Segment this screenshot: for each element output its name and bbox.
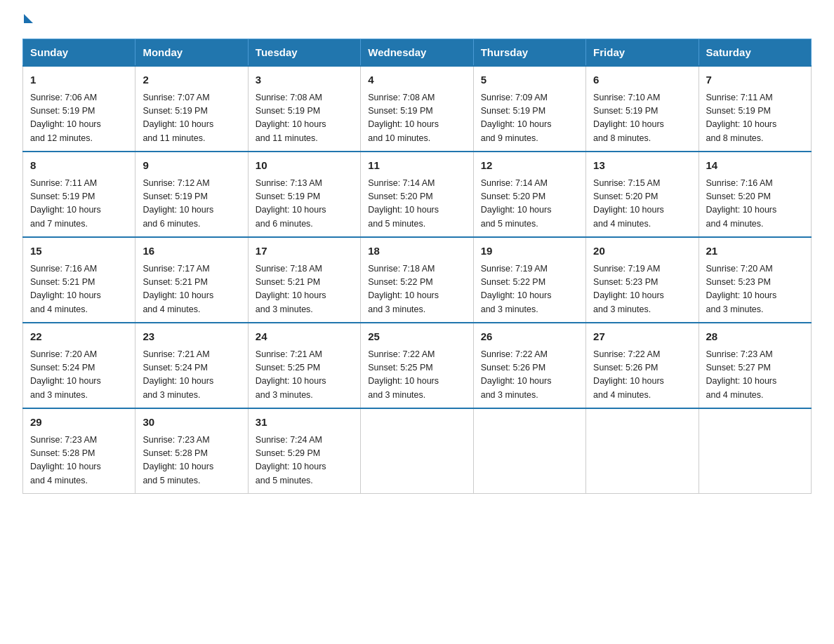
day-header-thursday: Thursday: [473, 39, 585, 67]
empty-cell: [699, 408, 811, 494]
day-number: 8: [30, 158, 128, 174]
day-info: Sunrise: 7:19 AMSunset: 5:22 PMDaylight:…: [481, 262, 578, 317]
day-cell-8: 8Sunrise: 7:11 AMSunset: 5:19 PMDaylight…: [23, 152, 135, 237]
day-info: Sunrise: 7:23 AMSunset: 5:28 PMDaylight:…: [30, 434, 128, 488]
day-cell-21: 21Sunrise: 7:20 AMSunset: 5:23 PMDayligh…: [699, 237, 811, 323]
empty-cell: [361, 408, 473, 494]
day-info: Sunrise: 7:19 AMSunset: 5:23 PMDaylight:…: [593, 262, 691, 317]
day-cell-23: 23Sunrise: 7:21 AMSunset: 5:24 PMDayligh…: [135, 323, 248, 408]
logo-triangle-icon: [24, 14, 33, 23]
day-info: Sunrise: 7:16 AMSunset: 5:21 PMDaylight:…: [30, 262, 128, 317]
day-cell-11: 11Sunrise: 7:14 AMSunset: 5:20 PMDayligh…: [361, 152, 473, 237]
day-number: 30: [143, 415, 240, 431]
day-info: Sunrise: 7:13 AMSunset: 5:19 PMDaylight:…: [256, 177, 353, 232]
day-number: 10: [256, 158, 353, 174]
day-cell-24: 24Sunrise: 7:21 AMSunset: 5:25 PMDayligh…: [248, 323, 360, 408]
day-number: 19: [481, 243, 578, 260]
day-number: 29: [30, 415, 128, 431]
week-row-5: 29Sunrise: 7:23 AMSunset: 5:28 PMDayligh…: [23, 408, 812, 494]
day-header-saturday: Saturday: [699, 39, 811, 67]
day-info: Sunrise: 7:22 AMSunset: 5:26 PMDaylight:…: [481, 348, 578, 403]
day-number: 28: [706, 329, 804, 345]
day-number: 2: [143, 72, 240, 88]
day-info: Sunrise: 7:16 AMSunset: 5:20 PMDaylight:…: [706, 177, 804, 232]
day-number: 17: [256, 243, 353, 260]
day-info: Sunrise: 7:08 AMSunset: 5:19 PMDaylight:…: [368, 91, 465, 146]
empty-cell: [586, 408, 699, 494]
week-row-1: 1Sunrise: 7:06 AMSunset: 5:19 PMDaylight…: [23, 66, 812, 152]
day-number: 22: [30, 329, 128, 345]
day-cell-25: 25Sunrise: 7:22 AMSunset: 5:25 PMDayligh…: [361, 323, 473, 408]
day-info: Sunrise: 7:10 AMSunset: 5:19 PMDaylight:…: [593, 91, 691, 146]
day-number: 9: [143, 158, 240, 174]
day-info: Sunrise: 7:22 AMSunset: 5:25 PMDaylight:…: [368, 348, 465, 403]
day-cell-20: 20Sunrise: 7:19 AMSunset: 5:23 PMDayligh…: [586, 237, 699, 323]
day-cell-10: 10Sunrise: 7:13 AMSunset: 5:19 PMDayligh…: [248, 152, 360, 237]
day-cell-18: 18Sunrise: 7:18 AMSunset: 5:22 PMDayligh…: [361, 237, 473, 323]
day-info: Sunrise: 7:21 AMSunset: 5:25 PMDaylight:…: [256, 348, 353, 403]
day-info: Sunrise: 7:15 AMSunset: 5:20 PMDaylight:…: [593, 177, 691, 232]
empty-cell: [473, 408, 585, 494]
day-info: Sunrise: 7:17 AMSunset: 5:21 PMDaylight:…: [143, 262, 240, 317]
day-cell-9: 9Sunrise: 7:12 AMSunset: 5:19 PMDaylight…: [135, 152, 248, 237]
day-cell-12: 12Sunrise: 7:14 AMSunset: 5:20 PMDayligh…: [473, 152, 585, 237]
day-number: 23: [143, 329, 240, 345]
week-row-4: 22Sunrise: 7:20 AMSunset: 5:24 PMDayligh…: [23, 323, 812, 408]
day-number: 14: [706, 158, 804, 174]
day-cell-5: 5Sunrise: 7:09 AMSunset: 5:19 PMDaylight…: [473, 66, 585, 152]
logo: [22, 17, 33, 26]
day-cell-17: 17Sunrise: 7:18 AMSunset: 5:21 PMDayligh…: [248, 237, 360, 323]
day-cell-31: 31Sunrise: 7:24 AMSunset: 5:29 PMDayligh…: [248, 408, 360, 494]
day-header-wednesday: Wednesday: [361, 39, 473, 67]
day-number: 27: [593, 329, 691, 345]
day-cell-27: 27Sunrise: 7:22 AMSunset: 5:26 PMDayligh…: [586, 323, 699, 408]
day-cell-26: 26Sunrise: 7:22 AMSunset: 5:26 PMDayligh…: [473, 323, 585, 408]
day-header-sunday: Sunday: [23, 39, 135, 67]
day-number: 24: [256, 329, 353, 345]
day-cell-28: 28Sunrise: 7:23 AMSunset: 5:27 PMDayligh…: [699, 323, 811, 408]
week-row-2: 8Sunrise: 7:11 AMSunset: 5:19 PMDaylight…: [23, 152, 812, 237]
day-info: Sunrise: 7:22 AMSunset: 5:26 PMDaylight:…: [593, 348, 691, 403]
day-number: 21: [706, 243, 804, 260]
day-info: Sunrise: 7:12 AMSunset: 5:19 PMDaylight:…: [143, 177, 240, 232]
day-info: Sunrise: 7:07 AMSunset: 5:19 PMDaylight:…: [143, 91, 240, 146]
day-number: 4: [368, 72, 465, 88]
day-number: 1: [30, 72, 128, 88]
days-header-row: SundayMondayTuesdayWednesdayThursdayFrid…: [23, 39, 812, 67]
day-header-tuesday: Tuesday: [248, 39, 360, 67]
day-number: 31: [256, 415, 353, 431]
day-cell-4: 4Sunrise: 7:08 AMSunset: 5:19 PMDaylight…: [361, 66, 473, 152]
day-info: Sunrise: 7:18 AMSunset: 5:21 PMDaylight:…: [256, 262, 353, 317]
day-cell-7: 7Sunrise: 7:11 AMSunset: 5:19 PMDaylight…: [699, 66, 811, 152]
day-number: 3: [256, 72, 353, 88]
day-info: Sunrise: 7:21 AMSunset: 5:24 PMDaylight:…: [143, 348, 240, 403]
day-number: 26: [481, 329, 578, 345]
day-header-friday: Friday: [586, 39, 699, 67]
day-cell-3: 3Sunrise: 7:08 AMSunset: 5:19 PMDaylight…: [248, 66, 360, 152]
day-cell-6: 6Sunrise: 7:10 AMSunset: 5:19 PMDaylight…: [586, 66, 699, 152]
day-number: 13: [593, 158, 691, 174]
week-row-3: 15Sunrise: 7:16 AMSunset: 5:21 PMDayligh…: [23, 237, 812, 323]
day-number: 25: [368, 329, 465, 345]
day-cell-14: 14Sunrise: 7:16 AMSunset: 5:20 PMDayligh…: [699, 152, 811, 237]
day-info: Sunrise: 7:23 AMSunset: 5:28 PMDaylight:…: [143, 434, 240, 488]
day-number: 7: [706, 72, 804, 88]
day-info: Sunrise: 7:08 AMSunset: 5:19 PMDaylight:…: [256, 91, 353, 146]
day-cell-2: 2Sunrise: 7:07 AMSunset: 5:19 PMDaylight…: [135, 66, 248, 152]
day-cell-22: 22Sunrise: 7:20 AMSunset: 5:24 PMDayligh…: [23, 323, 135, 408]
day-number: 11: [368, 158, 465, 174]
day-cell-13: 13Sunrise: 7:15 AMSunset: 5:20 PMDayligh…: [586, 152, 699, 237]
day-info: Sunrise: 7:23 AMSunset: 5:27 PMDaylight:…: [706, 348, 804, 403]
calendar-table: SundayMondayTuesdayWednesdayThursdayFrid…: [22, 39, 812, 494]
day-header-monday: Monday: [135, 39, 248, 67]
day-info: Sunrise: 7:06 AMSunset: 5:19 PMDaylight:…: [30, 91, 128, 146]
page-header: [22, 17, 812, 26]
day-number: 20: [593, 243, 691, 260]
day-number: 16: [143, 243, 240, 260]
day-cell-19: 19Sunrise: 7:19 AMSunset: 5:22 PMDayligh…: [473, 237, 585, 323]
day-number: 12: [481, 158, 578, 174]
day-info: Sunrise: 7:14 AMSunset: 5:20 PMDaylight:…: [481, 177, 578, 232]
day-cell-1: 1Sunrise: 7:06 AMSunset: 5:19 PMDaylight…: [23, 66, 135, 152]
day-info: Sunrise: 7:09 AMSunset: 5:19 PMDaylight:…: [481, 91, 578, 146]
day-number: 5: [481, 72, 578, 88]
